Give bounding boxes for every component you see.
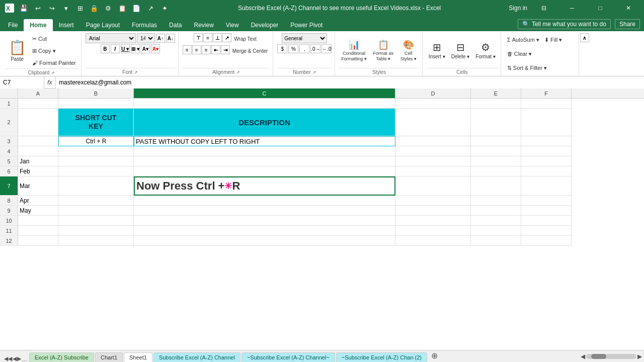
cell-e1[interactable] <box>471 99 521 109</box>
qat-icon4[interactable]: 📋 <box>117 3 128 14</box>
cell-e9[interactable] <box>471 206 521 216</box>
tab-home[interactable]: Home <box>24 19 52 31</box>
cell-f10[interactable] <box>521 216 572 226</box>
cell-f8[interactable] <box>521 196 572 206</box>
customize-qat[interactable]: ▾ <box>60 3 71 14</box>
cell-a9[interactable]: May <box>18 206 58 216</box>
cell-b12[interactable] <box>58 236 134 246</box>
italic-btn[interactable]: I <box>111 44 120 53</box>
decrease-font-btn[interactable]: A↓ <box>166 34 175 43</box>
underline-btn[interactable]: U ▾ <box>121 44 130 53</box>
tab-developer[interactable]: Developer <box>245 19 285 31</box>
row-num-1[interactable]: 1 <box>0 99 18 109</box>
align-left-btn[interactable]: ≡ <box>183 45 192 54</box>
row-num-8[interactable]: 8 <box>0 196 18 206</box>
tab-page-layout[interactable]: Page Layout <box>80 19 126 31</box>
maximize-button[interactable]: □ <box>589 0 612 16</box>
sheet-tab-chart1[interactable]: Chart1 <box>95 352 123 362</box>
qat-icon2[interactable]: 🔒 <box>89 3 100 14</box>
share-button[interactable]: Share <box>615 19 640 29</box>
sheet-nav-next[interactable]: ▶ <box>17 355 21 362</box>
cell-a8[interactable]: Apr <box>18 196 58 206</box>
format-as-table-btn[interactable]: 📋 Format asTable ▾ <box>371 37 396 65</box>
cell-e2[interactable] <box>471 109 521 136</box>
cell-e7[interactable] <box>471 176 521 196</box>
qat-icon7[interactable]: ✦ <box>159 3 170 14</box>
redo-button[interactable]: ↪ <box>46 3 57 14</box>
add-sheet-btn[interactable]: ⊕ <box>428 350 441 362</box>
col-header-a[interactable]: A <box>18 88 58 98</box>
row-num-6[interactable]: 6 <box>0 166 18 176</box>
cell-b5[interactable] <box>58 156 134 166</box>
cell-c8[interactable] <box>134 196 395 206</box>
cell-f11[interactable] <box>521 226 572 236</box>
border-btn[interactable]: ⊞ ▾ <box>131 44 140 53</box>
sheet-nav-first[interactable]: ◀◀ <box>4 355 12 362</box>
tab-formulas[interactable]: Formulas <box>126 19 163 31</box>
cell-d12[interactable] <box>395 236 471 246</box>
cell-c3[interactable]: PASTE WITHOUT COPY LEFT TO RIGHT <box>134 136 395 146</box>
cell-a7[interactable]: Mar <box>18 176 58 196</box>
cell-e3[interactable] <box>471 136 521 146</box>
formula-input[interactable]: masterexcelaz@gmail.com <box>56 76 644 88</box>
cell-a2[interactable] <box>18 109 58 136</box>
cell-a3[interactable] <box>18 136 58 146</box>
cell-c6[interactable] <box>134 166 395 176</box>
cell-styles-btn[interactable]: 🎨 CellStyles ▾ <box>398 37 419 65</box>
cell-e10[interactable] <box>471 216 521 226</box>
cell-d4[interactable] <box>395 146 471 156</box>
qat-icon5[interactable]: 📄 <box>131 3 142 14</box>
cell-d11[interactable] <box>395 226 471 236</box>
row-num-7[interactable]: 7 <box>0 176 18 196</box>
align-bottom-btn[interactable]: ⊥ <box>213 33 222 42</box>
cell-f2[interactable] <box>521 109 572 136</box>
cell-e5[interactable] <box>471 156 521 166</box>
qat-icon3[interactable]: ⚙ <box>103 3 114 14</box>
cell-a10[interactable] <box>18 216 58 226</box>
cell-f12[interactable] <box>521 236 572 246</box>
hscroll-thumb[interactable] <box>591 354 606 359</box>
col-header-d[interactable]: D <box>395 88 471 98</box>
cell-d8[interactable] <box>395 196 471 206</box>
sheet-tab-subscribe[interactable]: Subscribe Excel (A-Z) Channel <box>153 352 240 362</box>
cell-e4[interactable] <box>471 146 521 156</box>
tab-file[interactable]: File <box>2 19 24 31</box>
row-num-12[interactable]: 12 <box>0 236 18 246</box>
cell-d6[interactable] <box>395 166 471 176</box>
col-header-f[interactable]: F <box>521 88 572 98</box>
col-header-c[interactable]: C <box>134 88 395 98</box>
cell-a11[interactable] <box>18 226 58 236</box>
ribbon-collapse-btn[interactable]: ∧ <box>580 33 589 42</box>
qat-icon6[interactable]: ↗ <box>145 3 156 14</box>
fill-btn[interactable]: ⬇ Fill ▾ <box>542 33 564 46</box>
cell-f1[interactable] <box>521 99 572 109</box>
cell-c11[interactable] <box>134 226 395 236</box>
copy-button[interactable]: ⊞ Copy ▾ <box>30 45 78 56</box>
cell-c12[interactable] <box>134 236 395 246</box>
cell-e6[interactable] <box>471 166 521 176</box>
font-color-btn[interactable]: A▾ <box>151 44 160 53</box>
sheet-tab-excel-az[interactable]: Excel (A-Z) Subscribe <box>29 352 94 362</box>
cell-c10[interactable] <box>134 216 395 226</box>
tab-view[interactable]: View <box>220 19 245 31</box>
paste-button[interactable]: 📋 Paste <box>5 37 29 65</box>
align-center-btn[interactable]: ≡ <box>192 45 201 54</box>
hscroll-right[interactable]: ▶ <box>637 353 642 360</box>
orientation-btn[interactable]: ↗ <box>222 33 231 42</box>
insert-cells-btn[interactable]: ⊞ Insert ▾ <box>427 37 447 65</box>
clear-btn[interactable]: 🗑 Clear ▾ <box>505 47 534 60</box>
decrease-indent-btn[interactable]: ⇤ <box>211 45 220 54</box>
cell-b2[interactable]: SHORT CUTKEY <box>58 109 134 136</box>
cell-e8[interactable] <box>471 196 521 206</box>
cut-button[interactable]: ✂ Cut <box>30 33 78 44</box>
sheet-nav-prev[interactable]: ◀ <box>13 355 17 362</box>
row-num-11[interactable]: 11 <box>0 226 18 236</box>
row-num-4[interactable]: 4 <box>0 146 18 156</box>
cell-c9[interactable] <box>134 206 395 216</box>
cell-d2[interactable] <box>395 109 471 136</box>
sort-filter-btn[interactable]: ⇅ Sort & Filter ▾ <box>505 61 549 74</box>
cell-f5[interactable] <box>521 156 572 166</box>
undo-button[interactable]: ↩ <box>32 3 43 14</box>
signin-button[interactable]: Sign in <box>509 5 527 12</box>
row-num-9[interactable]: 9 <box>0 206 18 216</box>
